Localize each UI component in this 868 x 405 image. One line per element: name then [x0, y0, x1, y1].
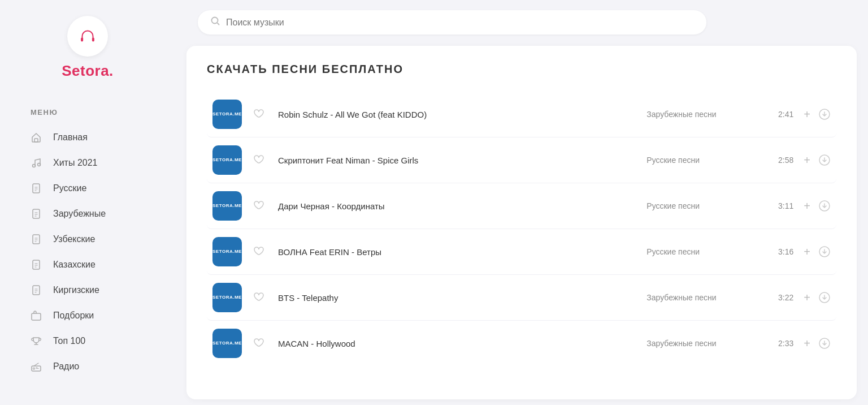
song-genre: Зарубежные песни	[646, 293, 760, 302]
song-duration: 2:33	[760, 339, 793, 348]
sidebar-label-kyrgyz: Киргизские	[53, 285, 99, 295]
sidebar-label-hits: Хиты 2021	[53, 158, 97, 168]
sidebar-item-home[interactable]: Главная	[6, 125, 170, 150]
song-row[interactable]: SETORA.ME Дари Черная - Координаты Русск…	[207, 183, 836, 229]
song-title: ВОЛНА Feat ERIN - Ветры	[278, 247, 646, 257]
svg-point-4	[33, 165, 36, 167]
music-file2-icon	[29, 207, 43, 221]
sidebar-label-russian: Русские	[53, 183, 86, 193]
sidebar-item-uzbek[interactable]: Узбекские	[6, 227, 170, 252]
download-button[interactable]	[818, 108, 831, 120]
sidebar-item-hits[interactable]: Хиты 2021	[6, 150, 170, 175]
svg-rect-10	[33, 286, 40, 295]
download-button[interactable]	[818, 154, 831, 166]
menu-label: МЕНЮ	[0, 108, 175, 124]
add-button[interactable]: +	[804, 337, 810, 350]
song-duration: 2:58	[760, 156, 793, 165]
radio-icon	[29, 360, 43, 373]
song-title: Скриптонит Feat Niman - Spice Girls	[278, 156, 646, 165]
song-title: BTS - Telepathy	[278, 293, 646, 303]
sidebar-item-russian[interactable]: Русские	[6, 176, 170, 201]
heart-icon[interactable]	[252, 153, 264, 168]
thumb-label: SETORA.ME	[212, 295, 242, 300]
sidebar-item-top100[interactable]: Топ 100	[6, 329, 170, 354]
logo-name: Setora	[62, 62, 109, 79]
add-button[interactable]: +	[804, 291, 810, 304]
svg-rect-7	[33, 209, 40, 218]
song-actions: +	[804, 200, 831, 213]
download-button[interactable]	[818, 200, 831, 212]
heart-icon[interactable]	[252, 290, 264, 305]
svg-rect-11	[32, 313, 41, 320]
music-note-icon	[29, 156, 43, 170]
svg-point-5	[38, 163, 41, 166]
sidebar-label-radio: Радио	[53, 361, 79, 372]
svg-rect-2	[92, 37, 94, 41]
song-genre: Зарубежные песни	[646, 110, 760, 119]
download-button[interactable]	[818, 245, 831, 258]
search-input[interactable]	[226, 18, 694, 28]
svg-rect-1	[81, 37, 83, 41]
sidebar-item-foreign[interactable]: Зарубежные	[6, 201, 170, 226]
song-actions: +	[804, 337, 831, 350]
song-row[interactable]: SETORA.ME ВОЛНА Feat ERIN - Ветры Русски…	[207, 229, 836, 275]
add-button[interactable]: +	[804, 154, 810, 167]
main-content: СКАЧАТЬ ПЕСНИ БЕСПЛАТНО SETORA.ME Robin …	[175, 0, 868, 405]
sidebar-label-uzbek: Узбекские	[53, 234, 95, 244]
logo-circle	[67, 16, 108, 57]
logo-dot: .	[109, 62, 114, 79]
thumb-label: SETORA.ME	[212, 157, 242, 163]
song-actions: +	[804, 154, 831, 167]
sidebar-item-radio[interactable]: Радио	[6, 354, 170, 379]
heart-icon[interactable]	[252, 336, 264, 351]
menu-section: МЕНЮ Главная Хиты 2021 Русские Зарубежны…	[0, 91, 175, 380]
song-duration: 3:22	[760, 293, 793, 302]
song-title: Robin Schulz - All We Got (feat KIDDO)	[278, 110, 646, 119]
song-duration: 2:41	[760, 110, 793, 119]
music-file5-icon	[29, 283, 43, 297]
download-button[interactable]	[818, 337, 831, 350]
music-file-icon	[29, 182, 43, 195]
song-thumbnail: SETORA.ME	[212, 100, 242, 129]
song-row[interactable]: SETORA.ME Robin Schulz - All We Got (fea…	[207, 92, 836, 137]
svg-rect-9	[33, 260, 40, 269]
collections-icon	[29, 309, 43, 322]
song-genre: Зарубежные песни	[646, 339, 760, 348]
svg-rect-3	[34, 139, 38, 142]
sidebar-label-collections: Подборки	[53, 311, 94, 321]
svg-point-14	[212, 18, 218, 24]
heart-icon[interactable]	[252, 244, 264, 260]
sidebar-item-kyrgyz[interactable]: Киргизские	[6, 278, 170, 303]
sidebar-label-top100: Топ 100	[53, 336, 85, 346]
song-thumbnail: SETORA.ME	[212, 191, 242, 221]
page-title: СКАЧАТЬ ПЕСНИ БЕСПЛАТНО	[207, 63, 836, 76]
headphone-icon	[77, 25, 98, 47]
add-button[interactable]: +	[804, 200, 810, 213]
sidebar: Setora. МЕНЮ Главная Хиты 2021 Русские	[0, 0, 175, 405]
svg-point-13	[33, 368, 35, 369]
song-duration: 3:16	[760, 247, 793, 256]
heart-icon[interactable]	[252, 199, 264, 214]
heart-icon[interactable]	[252, 107, 264, 122]
thumb-label: SETORA.ME	[212, 111, 242, 117]
svg-rect-6	[33, 184, 40, 193]
song-list: SETORA.ME Robin Schulz - All We Got (fea…	[207, 92, 836, 366]
song-row[interactable]: SETORA.ME Скриптонит Feat Niman - Spice …	[207, 137, 836, 183]
song-actions: +	[804, 291, 831, 304]
add-button[interactable]: +	[804, 245, 810, 258]
song-title: Дари Черная - Координаты	[278, 201, 646, 211]
content-area: СКАЧАТЬ ПЕСНИ БЕСПЛАТНО SETORA.ME Robin …	[186, 46, 857, 399]
logo-area: Setora.	[0, 0, 175, 91]
sidebar-item-kazakh[interactable]: Казахские	[6, 252, 170, 277]
song-thumbnail: SETORA.ME	[212, 145, 242, 175]
add-button[interactable]: +	[804, 108, 810, 121]
thumb-label: SETORA.ME	[212, 203, 242, 209]
song-row[interactable]: SETORA.ME BTS - Telepathy Зарубежные пес…	[207, 275, 836, 321]
download-button[interactable]	[818, 291, 831, 304]
home-icon	[29, 131, 43, 144]
song-thumbnail: SETORA.ME	[212, 329, 242, 358]
song-actions: +	[804, 108, 831, 121]
song-row[interactable]: SETORA.ME MACAN - Hollywood Зарубежные п…	[207, 321, 836, 366]
sidebar-item-collections[interactable]: Подборки	[6, 303, 170, 328]
song-genre: Русские песни	[646, 201, 760, 210]
